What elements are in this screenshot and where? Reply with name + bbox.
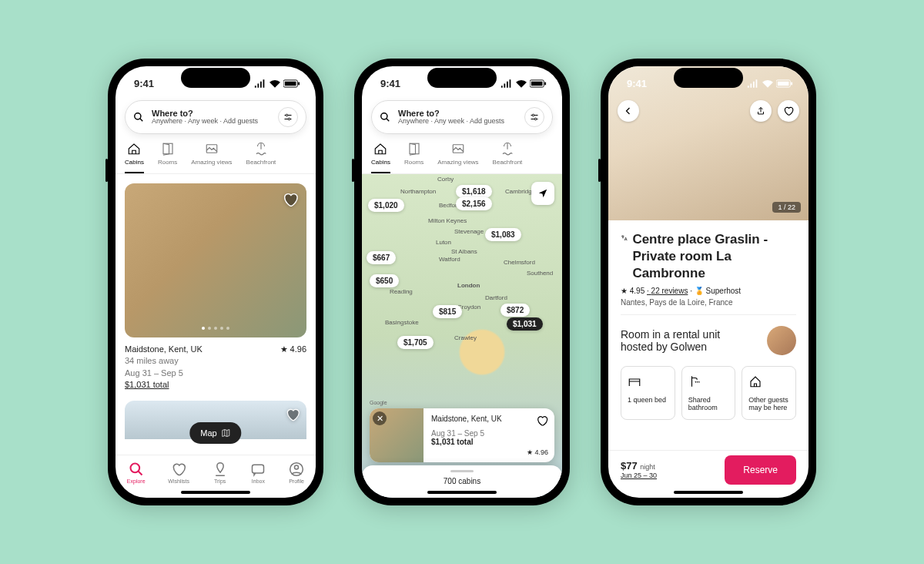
card-price: $1,031 total: [431, 438, 473, 446]
category-amazing-views[interactable]: Amazing views: [191, 142, 232, 173]
category-tabs: Cabins Rooms Amazing views Beachfront: [116, 134, 316, 174]
category-rooms[interactable]: Rooms: [404, 142, 424, 173]
share-icon: [756, 106, 765, 116]
map-place-label: Crawley: [454, 334, 477, 341]
map-place-label: Northampton: [400, 188, 436, 195]
shower-icon: [688, 374, 702, 388]
price-marker[interactable]: $2,156: [456, 197, 492, 210]
category-tabs: Cabins Rooms Amazing views Beachfront: [362, 134, 562, 174]
category-beachfront[interactable]: Beachfront: [493, 142, 523, 173]
price-marker[interactable]: $815: [433, 305, 462, 318]
home-indicator[interactable]: [427, 491, 497, 494]
tab-profile[interactable]: Profile: [289, 462, 304, 484]
category-cabins[interactable]: Cabins: [125, 142, 144, 173]
card-location: Maidstone, Kent, UK: [431, 415, 547, 423]
price-marker[interactable]: $1,020: [368, 199, 404, 212]
price-marker[interactable]: $1,083: [485, 228, 521, 241]
price-marker[interactable]: $650: [370, 274, 399, 287]
svg-point-4: [286, 114, 288, 116]
listing-location: Maidstone, Kent, UK: [125, 344, 203, 355]
listing-dates: Aug 31 – Sep 5: [125, 368, 306, 379]
hero-image[interactable]: 9:41 1 / 22: [608, 66, 808, 220]
map-place-label: Dartford: [485, 294, 507, 301]
listing-title: Centre place Graslin - Private room La C…: [632, 231, 796, 282]
beach-icon: [254, 142, 268, 156]
svg-rect-13: [531, 81, 543, 86]
map-view[interactable]: CorbyNorthamptonCambridgeBedfordMilton K…: [362, 174, 562, 498]
google-attribution: Google: [370, 400, 387, 405]
image-dots: [202, 327, 229, 330]
listing-price: $1,031 total: [125, 379, 306, 391]
price-marker[interactable]: $1,705: [397, 336, 434, 349]
category-beachfront[interactable]: Beachfront: [246, 142, 276, 173]
image-pager: 1 / 22: [772, 202, 801, 213]
cabin-icon: [373, 142, 387, 156]
search-icon: [133, 112, 144, 123]
map-place-label: St Albans: [451, 248, 477, 255]
location-arrow-icon: [537, 188, 548, 199]
share-button[interactable]: [750, 100, 772, 122]
map-place-label: Basingstoke: [385, 319, 419, 326]
map-place-label: Milton Keynes: [428, 217, 467, 224]
map-place-label: Stevenage: [454, 228, 484, 235]
tab-wishlists[interactable]: Wishlists: [168, 462, 189, 484]
card-dates: Aug 31 – Sep 5: [431, 429, 547, 438]
search-subtitle: Anywhere · Any week · Add guests: [152, 118, 270, 126]
price-marker[interactable]: $1,618: [456, 185, 492, 198]
svg-rect-14: [544, 82, 546, 85]
category-rooms[interactable]: Rooms: [158, 142, 177, 173]
wishlist-button[interactable]: [536, 415, 548, 428]
filter-icon: [283, 112, 293, 122]
price-marker[interactable]: $1,031: [507, 317, 543, 331]
home-indicator[interactable]: [181, 491, 250, 494]
heart-icon: [536, 415, 548, 427]
filter-button[interactable]: [278, 107, 298, 127]
price: $77 night: [621, 460, 657, 472]
category-cabins[interactable]: Cabins: [371, 142, 390, 173]
feature-bathroom: Shared bathroom: [681, 366, 736, 420]
svg-rect-18: [410, 143, 419, 154]
price-marker[interactable]: $667: [367, 251, 396, 264]
svg-point-17: [534, 118, 537, 120]
map-icon: [222, 428, 231, 438]
map-toggle-button[interactable]: Map: [189, 422, 241, 444]
search-icon: [380, 112, 390, 123]
tab-inbox[interactable]: Inbox: [250, 462, 266, 484]
locate-button[interactable]: [531, 182, 554, 205]
views-icon: [205, 142, 219, 156]
price-marker[interactable]: $872: [500, 304, 530, 317]
wishlist-button[interactable]: [778, 100, 799, 122]
feature-guests: Other guests may be here: [742, 366, 796, 420]
svg-rect-22: [791, 82, 792, 85]
svg-point-16: [532, 114, 534, 116]
svg-rect-21: [778, 81, 789, 86]
phone-detail: 9:41 1 / 22 Centre place Graslin: [601, 59, 816, 505]
wishlist-button[interactable]: [282, 191, 299, 211]
search-bar[interactable]: Where to? Anywhere · Any week · Add gues…: [371, 100, 553, 134]
feature-bed: 1 queen bed: [621, 366, 675, 420]
reserve-button[interactable]: Reserve: [725, 455, 796, 485]
search-bar[interactable]: Where to? Anywhere · Any week · Add gues…: [125, 100, 306, 134]
host-avatar[interactable]: [767, 326, 796, 355]
close-card-button[interactable]: ✕: [373, 411, 387, 425]
date-picker[interactable]: Jun 25 – 30: [621, 472, 657, 479]
back-button[interactable]: [618, 100, 639, 122]
map-listing-card[interactable]: ✕ Maidstone, Kent, UK Aug 31 – Sep 5 $1,…: [370, 408, 554, 462]
heart-icon: [282, 191, 299, 208]
reviews-link[interactable]: 22 reviews: [647, 287, 688, 295]
heart-icon: [783, 106, 794, 116]
host-section[interactable]: Room in a rental unit hosted by Golwen: [621, 314, 796, 366]
status-time: 9:41: [627, 78, 647, 89]
wishlist-button[interactable]: [285, 407, 300, 425]
search-subtitle: Anywhere · Any week · Add guests: [398, 118, 517, 126]
svg-point-11: [295, 465, 299, 469]
card-thumbnail: ✕: [370, 408, 424, 462]
map-place-label: London: [457, 282, 480, 289]
home-indicator[interactable]: [674, 491, 743, 494]
listing-card[interactable]: Maidstone, Kent, UK ★ 4.96 34 miles away…: [116, 174, 316, 401]
tab-explore[interactable]: Explore: [127, 462, 146, 484]
category-amazing-views[interactable]: Amazing views: [437, 142, 478, 173]
listing-image[interactable]: [125, 183, 306, 337]
tab-trips[interactable]: Trips: [213, 462, 228, 484]
filter-button[interactable]: [524, 107, 544, 127]
